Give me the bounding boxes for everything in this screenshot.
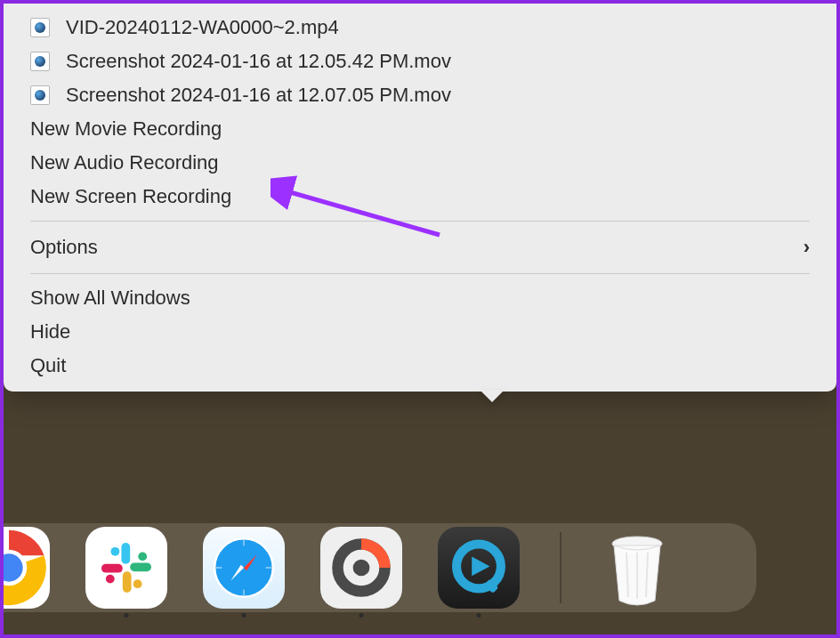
running-indicator [242, 613, 246, 618]
safari-icon [207, 531, 280, 604]
hide[interactable]: Hide [4, 315, 836, 349]
svg-point-11 [133, 579, 142, 588]
svg-rect-6 [130, 562, 151, 571]
new-screen-recording[interactable]: New Screen Recording [4, 180, 836, 214]
menu-pointer-arrow [480, 390, 505, 402]
dock [4, 510, 836, 626]
quit[interactable]: Quit [4, 349, 836, 383]
dock-context-menu: VID-20240112-WA0000~2.mp4 Screenshot 202… [4, 4, 836, 392]
menu-label: Options [30, 236, 98, 259]
menu-label: New Screen Recording [30, 185, 231, 208]
dock-divider [560, 532, 561, 603]
options-submenu[interactable]: Options › [4, 229, 836, 266]
new-audio-recording[interactable]: New Audio Recording [4, 146, 836, 180]
running-indicator [125, 613, 129, 618]
new-movie-recording[interactable]: New Movie Recording [4, 112, 836, 146]
svg-point-12 [106, 575, 115, 584]
dock-app-safari[interactable] [203, 527, 285, 609]
video-file-icon [30, 85, 50, 105]
quicktime-icon [444, 533, 513, 602]
menu-label: New Movie Recording [30, 117, 222, 141]
video-file-icon [30, 52, 50, 71]
video-file-icon [30, 18, 50, 37]
menu-divider [30, 221, 810, 222]
slack-icon [95, 537, 158, 599]
menu-divider [30, 273, 810, 274]
chevron-right-icon: › [804, 236, 810, 259]
dock-app-chrome[interactable] [0, 527, 50, 609]
running-indicator [359, 613, 364, 618]
trash-icon [602, 528, 673, 608]
running-indicator [477, 613, 481, 618]
recent-file-label: Screenshot 2024-01-16 at 12.07.05 PM.mov [66, 84, 451, 107]
svg-marker-24 [472, 557, 489, 577]
dock-items [4, 510, 673, 626]
svg-rect-5 [121, 543, 130, 564]
recent-file-item[interactable]: Screenshot 2024-01-16 at 12.07.05 PM.mov [4, 78, 836, 112]
recent-file-item[interactable]: Screenshot 2024-01-16 at 12.05.42 PM.mov [4, 44, 836, 78]
dock-trash[interactable] [602, 528, 673, 608]
recent-file-label: VID-20240112-WA0000~2.mp4 [66, 16, 339, 39]
dock-app-slack[interactable] [85, 527, 167, 609]
recent-file-item[interactable]: VID-20240112-WA0000~2.mp4 [4, 11, 836, 44]
menu-label: New Audio Recording [30, 151, 219, 174]
menu-label: Hide [30, 320, 70, 343]
show-all-windows[interactable]: Show All Windows [4, 281, 836, 315]
svg-rect-8 [101, 564, 123, 573]
dock-app-find-any-file[interactable] [320, 527, 402, 609]
chrome-icon [0, 527, 50, 609]
svg-point-22 [353, 560, 370, 577]
recent-file-label: Screenshot 2024-01-16 at 12.05.42 PM.mov [66, 50, 451, 73]
svg-point-10 [138, 553, 147, 561]
svg-rect-7 [123, 571, 132, 593]
dock-app-quicktime[interactable] [438, 527, 520, 609]
svg-point-9 [111, 547, 120, 556]
menu-label: Quit [30, 354, 66, 377]
menu-label: Show All Windows [30, 287, 190, 310]
magnify-ring-icon [327, 533, 396, 602]
